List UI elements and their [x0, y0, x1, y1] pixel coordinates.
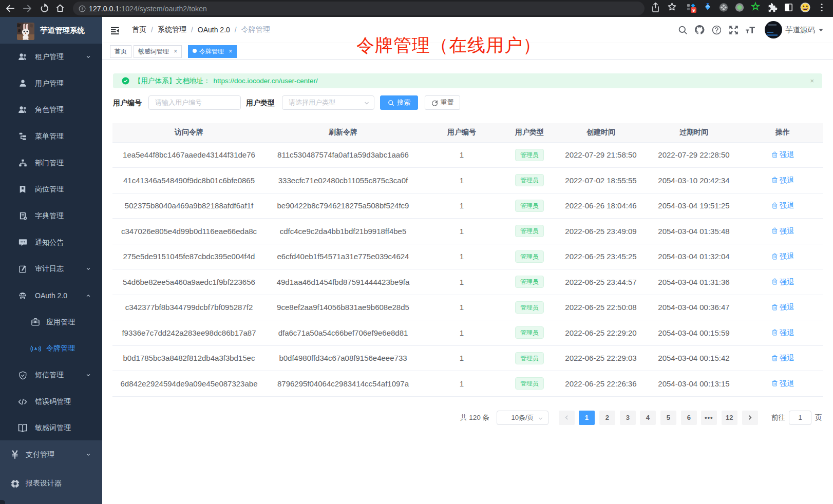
svg-text:9: 9: [692, 8, 695, 13]
